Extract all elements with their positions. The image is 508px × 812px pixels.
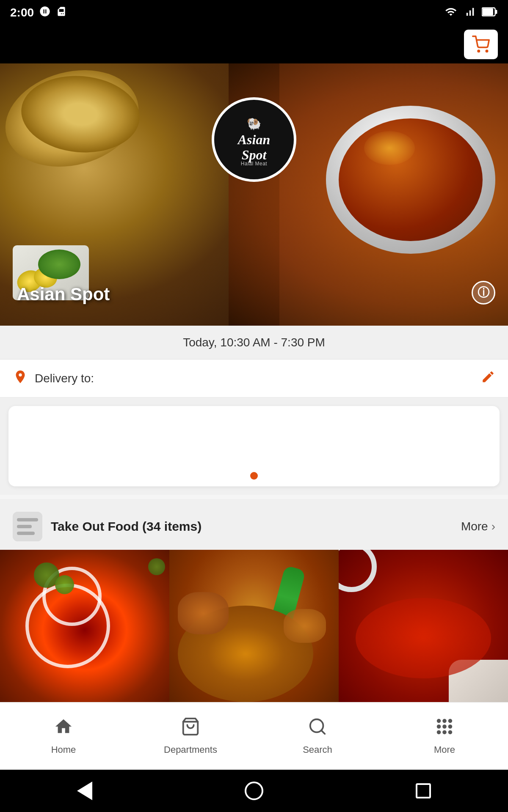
svg-point-4: [486, 50, 488, 52]
svg-point-3: [478, 50, 480, 52]
status-time: 2:00: [10, 6, 34, 19]
herb-green: [38, 250, 80, 279]
nav-label-home: Home: [51, 744, 76, 755]
food-chunk-1: [178, 592, 229, 634]
battery-icon: [482, 6, 498, 19]
delivery-label: Delivery to:: [35, 372, 94, 385]
more-button[interactable]: More ›: [461, 520, 495, 533]
status-bar-right: [444, 6, 498, 19]
home-icon: [54, 717, 73, 740]
hours-bar: Today, 10:30 AM - 7:30 PM: [0, 326, 508, 359]
svg-rect-1: [495, 10, 497, 14]
restaurant-name-overlay: Asian Spot: [17, 284, 110, 304]
curry-bowl: [322, 97, 500, 258]
logo-text-main: Asian Spot: [238, 132, 270, 162]
nav-item-home[interactable]: Home: [0, 702, 127, 770]
svg-rect-6: [17, 518, 38, 521]
svg-line-11: [321, 730, 325, 734]
category-title: Take Out Food (34 items): [51, 519, 202, 534]
naan-visual: [4, 72, 165, 156]
promo-card[interactable]: [8, 406, 500, 486]
departments-icon: [181, 717, 200, 740]
svg-point-12: [438, 720, 440, 722]
top-bar: [0, 25, 508, 63]
bottom-nav: Home Departments Search: [0, 702, 508, 770]
recents-square-icon: [416, 783, 431, 798]
edit-icon[interactable]: [481, 370, 495, 387]
svg-rect-7: [17, 525, 32, 528]
more-label: More: [461, 520, 488, 533]
container-rim: [339, 550, 377, 592]
svg-point-17: [449, 725, 452, 728]
svg-point-14: [449, 720, 452, 722]
curry-blob: [356, 598, 491, 678]
svg-point-19: [443, 731, 446, 734]
herb-2: [55, 575, 74, 594]
food-item-1[interactable]: [0, 550, 169, 710]
restaurant-logo: 🐏 Asian Spot Halal Meat: [212, 97, 296, 182]
info-icon: ⓘ: [478, 285, 489, 301]
cart-icon: [472, 36, 490, 53]
wifi-icon: [444, 6, 458, 19]
cart-button[interactable]: [464, 30, 498, 59]
hours-text: Today, 10:30 AM - 7:30 PM: [183, 336, 325, 349]
bowl-highlight: [364, 131, 415, 165]
android-nav-bar: [0, 770, 508, 812]
svg-rect-2: [483, 8, 493, 15]
logo-text-sub: Halal Meat: [241, 161, 267, 167]
promo-area: [0, 398, 508, 495]
hero-section: 🐏 Asian Spot Halal Meat Asian Spot ⓘ: [0, 63, 508, 326]
logo-circle: 🐏 Asian Spot Halal Meat: [212, 97, 296, 182]
pocket-icon: [39, 5, 51, 20]
chevron-right-icon: ›: [491, 520, 495, 533]
svg-rect-8: [17, 532, 35, 535]
bowl-inner: [339, 118, 483, 241]
nav-item-departments[interactable]: Departments: [127, 702, 254, 770]
nav-item-more[interactable]: More: [381, 702, 508, 770]
location-icon: [13, 368, 28, 389]
svg-point-20: [449, 731, 452, 734]
category-header-left: Take Out Food (34 items): [13, 512, 202, 541]
food-item-3[interactable]: [339, 550, 508, 710]
category-icon: [13, 512, 42, 541]
android-back-button[interactable]: [72, 778, 97, 804]
status-bar: 2:00: [0, 0, 508, 25]
food-grid: [0, 550, 508, 710]
svg-point-16: [443, 725, 446, 728]
more-nav-icon: [435, 717, 454, 740]
promo-dot-indicator: [250, 472, 258, 480]
home-circle-icon: [245, 782, 263, 800]
food-chunk-2: [284, 609, 326, 643]
promo-dot-active: [250, 472, 258, 480]
android-home-button[interactable]: [241, 778, 267, 804]
herb-3: [148, 558, 165, 575]
nav-label-search: Search: [303, 744, 332, 755]
food-item-2[interactable]: [169, 550, 339, 710]
category-section: Take Out Food (34 items) More ›: [0, 499, 508, 715]
nav-label-departments: Departments: [164, 744, 217, 755]
status-bar-left: 2:00: [10, 5, 67, 20]
restaurant-name: Asian Spot: [17, 284, 110, 304]
android-recents-button[interactable]: [411, 778, 436, 804]
info-button[interactable]: ⓘ: [472, 281, 495, 304]
signal-icon: [464, 6, 476, 19]
svg-point-18: [438, 731, 440, 734]
back-arrow-icon: [77, 782, 92, 800]
search-icon: [308, 717, 327, 740]
delivery-left: Delivery to:: [13, 368, 94, 389]
category-header: Take Out Food (34 items) More ›: [0, 508, 508, 550]
nav-label-more: More: [434, 744, 455, 755]
sim-icon: [56, 6, 67, 19]
svg-point-13: [443, 720, 446, 722]
ram-icon: 🐏: [247, 117, 262, 131]
delivery-section[interactable]: Delivery to:: [0, 359, 508, 398]
nav-item-search[interactable]: Search: [254, 702, 381, 770]
svg-point-15: [438, 725, 440, 728]
